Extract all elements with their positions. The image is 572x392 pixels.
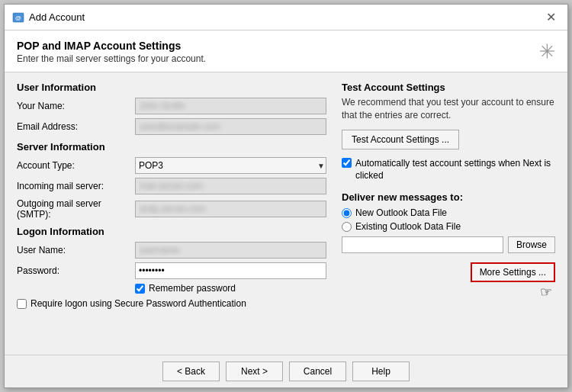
password-label: Password: [17, 265, 135, 276]
header-section: POP and IMAP Account Settings Enter the … [5, 31, 567, 72]
more-settings-button[interactable]: More Settings ... [471, 262, 555, 282]
logon-info-title: Logon Information [17, 226, 326, 237]
incoming-row: Incoming mail server: [17, 178, 326, 194]
require-logon-label: Require logon using Secure Password Auth… [31, 298, 246, 309]
incoming-input[interactable] [135, 178, 326, 194]
incoming-label: Incoming mail server: [17, 181, 135, 191]
your-name-label: Your Name: [17, 101, 135, 111]
close-button[interactable]: ✕ [541, 8, 560, 27]
account-type-wrapper: POP3 IMAP ▼ [135, 157, 326, 174]
dialog-icon: @ [12, 11, 24, 24]
outgoing-label: Outgoing mail server (SMTP): [17, 198, 135, 220]
header-icon: ✳ [532, 37, 561, 66]
account-type-label: Account Type: [17, 160, 135, 171]
email-input[interactable] [135, 118, 326, 135]
password-input[interactable] [135, 262, 326, 279]
help-button[interactable]: Help [352, 361, 410, 381]
cursor-icon: ☞ [342, 284, 552, 300]
remember-password-checkbox[interactable] [135, 284, 145, 294]
your-name-row: Your Name: [17, 98, 326, 114]
account-type-select[interactable]: POP3 IMAP [135, 157, 326, 174]
data-file-row: Browse [342, 236, 555, 253]
existing-outlook-file-label: Existing Outlook Data File [355, 221, 461, 232]
require-logon-checkbox[interactable] [17, 299, 27, 309]
cancel-button[interactable]: Cancel [289, 361, 346, 381]
test-section-title: Test Account Settings [342, 82, 555, 93]
dialog-title: Add Account [29, 11, 85, 23]
account-type-row: Account Type: POP3 IMAP ▼ [17, 157, 326, 174]
footer: < Back Next > Cancel Help [5, 355, 567, 387]
existing-outlook-file-row: Existing Outlook Data File [342, 221, 555, 232]
right-panel: Test Account Settings We recommend that … [342, 82, 555, 345]
next-button[interactable]: Next > [226, 361, 283, 381]
user-info-title: User Information [17, 82, 326, 93]
back-button[interactable]: < Back [162, 361, 220, 381]
test-account-settings-button[interactable]: Test Account Settings ... [342, 130, 459, 149]
username-label: User Name: [17, 245, 135, 255]
test-desc: We recommend that you test your account … [342, 96, 555, 122]
your-name-input[interactable] [135, 98, 326, 114]
new-outlook-file-row: New Outlook Data File [342, 207, 555, 218]
main-content: User Information Your Name: Email Addres… [5, 72, 567, 355]
title-bar: @ Add Account ✕ [5, 5, 567, 31]
username-input[interactable] [135, 242, 326, 259]
require-logon-row: Require logon using Secure Password Auth… [17, 298, 326, 309]
deliver-title: Deliver new messages to: [342, 191, 555, 203]
username-row: User Name: [17, 242, 326, 259]
auto-test-label: Automatically test account settings when… [355, 157, 555, 183]
left-panel: User Information Your Name: Email Addres… [17, 82, 326, 345]
server-info-title: Server Information [17, 141, 326, 153]
svg-text:@: @ [15, 14, 21, 21]
new-outlook-file-label: New Outlook Data File [355, 207, 447, 218]
remember-password-row: Remember password [135, 283, 326, 294]
outgoing-input[interactable] [135, 201, 326, 217]
existing-outlook-file-radio[interactable] [342, 222, 352, 232]
data-file-input[interactable] [342, 236, 503, 253]
browse-button[interactable]: Browse [508, 236, 555, 253]
title-bar-left: @ Add Account [12, 11, 85, 24]
new-outlook-file-radio[interactable] [342, 208, 352, 218]
header-subtitle: Enter the mail server settings for your … [17, 53, 206, 64]
remember-password-label: Remember password [149, 283, 236, 294]
auto-test-checkbox[interactable] [342, 158, 352, 168]
password-row: Password: [17, 262, 326, 279]
email-label: Email Address: [17, 121, 135, 132]
email-row: Email Address: [17, 118, 326, 135]
add-account-dialog: @ Add Account ✕ POP and IMAP Account Set… [4, 4, 568, 388]
header-text: POP and IMAP Account Settings Enter the … [17, 40, 206, 64]
header-title: POP and IMAP Account Settings [17, 40, 206, 52]
auto-test-row: Automatically test account settings when… [342, 157, 555, 183]
outgoing-row: Outgoing mail server (SMTP): [17, 198, 326, 220]
